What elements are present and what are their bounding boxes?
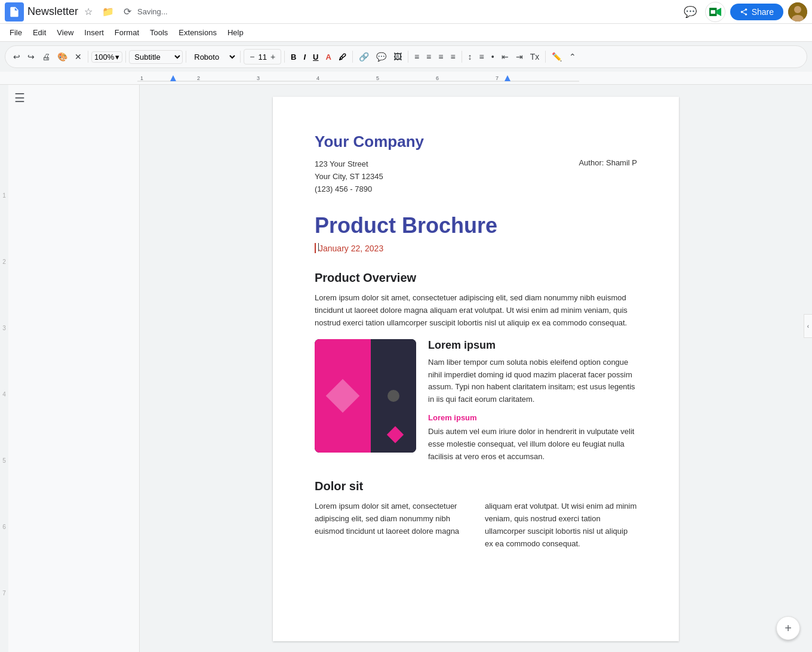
zoom-expand-icon: ▾	[115, 53, 119, 61]
print-button[interactable]: 🖨	[39, 50, 53, 63]
bullet-list-button[interactable]: •	[488, 50, 497, 63]
main-layout: 1 2 3 4 5 6 7 8 ☰ Your Company 123 Your …	[0, 85, 812, 652]
font-size-increase-button[interactable]: +	[267, 50, 278, 63]
phone-circle-icon	[387, 390, 399, 402]
section1-body: Lorem ipsum dolor sit amet, consectetuer…	[315, 292, 637, 329]
phone-screen-pink	[315, 339, 371, 453]
document-date[interactable]: January 22, 2023	[315, 243, 637, 253]
svg-marker-15	[505, 75, 510, 81]
text-color-button[interactable]: A	[323, 51, 334, 63]
toolbar: ↩ ↪ 🖨 🎨 ✕ 100% ▾ Subtitle Normal Heading…	[5, 45, 807, 68]
page-num-6: 6	[2, 524, 6, 530]
indent-decrease-button[interactable]: ⇤	[499, 50, 512, 63]
align-center-button[interactable]: ≡	[423, 50, 434, 63]
company-name[interactable]: Your Company	[315, 133, 637, 151]
zoom-add-button[interactable]: +	[776, 616, 800, 640]
phone-image	[315, 339, 416, 453]
share-button[interactable]: Share	[730, 4, 783, 20]
paint-format-button[interactable]: 🎨	[54, 50, 70, 63]
document-title-heading[interactable]: Product Brochure	[315, 213, 637, 238]
two-col-text: Lorem ipsum dolor sit amet, consectetuer…	[315, 500, 637, 550]
lorem-link[interactable]: Lorem ipsum	[428, 413, 637, 422]
svg-text:2: 2	[197, 75, 200, 81]
section1-heading[interactable]: Product Overview	[315, 271, 637, 285]
title-icons: ☆ 📁 ⟳	[82, 5, 134, 19]
lorem-body: Nam liber tempor cum soluta nobis eleife…	[428, 356, 637, 406]
menu-edit[interactable]: Edit	[28, 26, 51, 39]
col1-text: Lorem ipsum dolor sit amet, consectetuer…	[315, 500, 467, 550]
font-size-control[interactable]: − 11 +	[244, 49, 281, 64]
app-icon[interactable]	[5, 2, 24, 21]
google-meet-button[interactable]	[705, 2, 725, 22]
editing-mode-button[interactable]: ✏️	[549, 50, 565, 63]
col2-text: aliquam erat volutpat. Ut wisi enim ad m…	[485, 500, 637, 550]
page-num-7: 7	[2, 590, 6, 596]
separator-7	[408, 51, 408, 63]
menu-format[interactable]: Format	[110, 26, 144, 39]
insert-comment-button[interactable]: 💬	[373, 50, 389, 63]
menu-bar: File Edit View Insert Format Tools Exten…	[0, 24, 812, 42]
phone-diamond-icon	[325, 379, 359, 413]
expand-toolbar-button[interactable]: ⌃	[566, 50, 579, 63]
insert-link-button[interactable]: 🔗	[356, 50, 372, 63]
page-num-4: 4	[2, 391, 6, 398]
separator-6	[352, 51, 353, 63]
menu-tools[interactable]: Tools	[145, 26, 173, 39]
clear-formatting-button[interactable]: Tx	[527, 50, 543, 63]
comments-button[interactable]: 💬	[680, 2, 700, 22]
document-page[interactable]: Your Company 123 Your Street Your City, …	[273, 97, 679, 641]
page-num-2: 2	[2, 259, 6, 265]
lorem-text-block: Lorem ipsum Nam liber tempor cum soluta …	[428, 339, 637, 470]
zoom-control[interactable]: 100% ▾	[91, 51, 122, 63]
svg-text:1: 1	[140, 75, 143, 81]
align-right-button[interactable]: ≡	[435, 50, 446, 63]
separator-4	[240, 51, 241, 63]
doc-area[interactable]: Your Company 123 Your Street Your City, …	[140, 85, 812, 652]
highlight-button[interactable]: 🖊	[336, 51, 349, 63]
page-num-3: 3	[2, 325, 6, 331]
outline-icon[interactable]: ☰	[14, 91, 133, 105]
numbered-list-button[interactable]: ≡	[476, 50, 487, 63]
format-clear-button[interactable]: ✕	[72, 50, 85, 63]
redo-button[interactable]: ↪	[24, 50, 38, 63]
address-block: 123 Your Street Your City, ST 12345 (123…	[315, 158, 637, 195]
lorem-heading: Lorem ipsum	[428, 339, 637, 352]
line-spacing-button[interactable]: ↕	[465, 50, 475, 63]
separator-1	[88, 51, 88, 63]
page-num-1: 1	[2, 192, 6, 199]
author-text: Author: Shamil P	[579, 158, 637, 195]
user-avatar[interactable]	[788, 2, 807, 21]
menu-file[interactable]: File	[5, 26, 27, 39]
page-numbers: 1 2 3 4 5 6 7 8	[0, 85, 8, 652]
indent-increase-button[interactable]: ⇥	[513, 50, 526, 63]
right-panel-toggle[interactable]: ‹	[804, 314, 812, 338]
section2-heading[interactable]: Dolor sit	[315, 479, 637, 493]
folder-icon[interactable]: 📁	[100, 5, 116, 19]
underline-button[interactable]: U	[310, 51, 321, 63]
style-select[interactable]: Subtitle Normal Heading 1 Heading 2	[129, 50, 183, 64]
font-size-value: 11	[258, 53, 266, 61]
svg-marker-14	[170, 75, 176, 81]
menu-insert[interactable]: Insert	[79, 26, 109, 39]
font-size-decrease-button[interactable]: −	[247, 50, 257, 63]
menu-help[interactable]: Help	[223, 26, 248, 39]
address-line3: (123) 456 - 7890	[315, 183, 383, 196]
separator-2	[125, 51, 126, 63]
top-bar: Newsletter ☆ 📁 ⟳ Saving... 💬 Share	[0, 0, 812, 24]
star-icon[interactable]: ☆	[82, 5, 95, 19]
align-left-button[interactable]: ≡	[411, 50, 422, 63]
align-justify-button[interactable]: ≡	[447, 50, 458, 63]
italic-button[interactable]: I	[300, 51, 309, 63]
doc-title-area: Newsletter ☆ 📁 ⟳ Saving...	[27, 5, 676, 19]
address-line2: Your City, ST 12345	[315, 171, 383, 183]
insert-image-button[interactable]: 🖼	[390, 50, 405, 63]
separator-9	[545, 51, 546, 63]
bold-button[interactable]: B	[288, 51, 299, 63]
undo-button[interactable]: ↩	[10, 50, 23, 63]
cloud-sync-icon[interactable]: ⟳	[121, 5, 134, 19]
menu-view[interactable]: View	[52, 26, 78, 39]
font-select[interactable]: Roboto Arial Times New Roman	[189, 51, 237, 63]
menu-extensions[interactable]: Extensions	[174, 26, 222, 39]
doc-title[interactable]: Newsletter	[27, 5, 78, 18]
ruler: 1 2 3 4 5 6 7	[0, 72, 812, 85]
